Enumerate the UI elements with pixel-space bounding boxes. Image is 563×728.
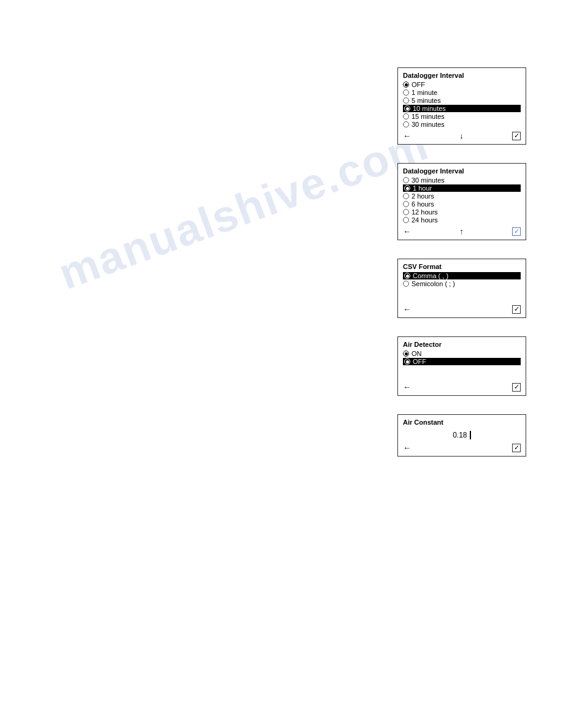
datalogger2-label-1: 1 hour	[413, 184, 432, 192]
air-constant-confirm-button[interactable]: ✓	[512, 444, 521, 452]
datalogger1-label-2: 5 minutes	[412, 97, 441, 104]
datalogger1-footer: ← ↓ ✓	[403, 131, 521, 140]
radio-off2-icon	[404, 358, 410, 365]
air-detector-option-1[interactable]: OFF	[403, 358, 521, 365]
datalogger1-label-0: OFF	[412, 81, 425, 88]
datalogger1-label-5: 30 minutes	[412, 121, 445, 128]
datalogger1-panel: Datalogger Interval OFF 1 minute 5 minut…	[397, 67, 526, 145]
radio-10min-dot	[406, 107, 409, 110]
radio-off-icon	[403, 82, 409, 88]
csv-label-1: Semicolon ( ; )	[412, 280, 455, 287]
datalogger2-option-5[interactable]: 24 hours	[403, 216, 521, 224]
datalogger1-down-button[interactable]: ↓	[459, 131, 464, 140]
datalogger2-option-3[interactable]: 6 hours	[403, 200, 521, 208]
watermark: manualshive.com	[52, 119, 435, 299]
datalogger1-confirm-button[interactable]: ✓	[512, 132, 521, 140]
datalogger1-back-button[interactable]: ←	[403, 131, 411, 140]
datalogger1-label-3: 10 minutes	[413, 105, 446, 112]
air-detector-option-0[interactable]: ON	[403, 350, 521, 357]
air-constant-value-display: 0.18	[403, 431, 521, 439]
datalogger2-title: Datalogger Interval	[403, 167, 521, 175]
datalogger2-option-1[interactable]: 1 hour	[403, 184, 521, 192]
air-detector-label-0: ON	[412, 350, 422, 357]
csv-option-1[interactable]: Semicolon ( ; )	[403, 280, 521, 287]
radio-1hr-dot	[406, 187, 409, 190]
csv-back-button[interactable]: ←	[403, 305, 411, 314]
datalogger2-back-button[interactable]: ←	[403, 227, 411, 236]
datalogger2-label-4: 12 hours	[412, 208, 438, 216]
air-constant-value: 0.18	[453, 431, 467, 439]
datalogger1-option-1[interactable]: 1 minute	[403, 89, 521, 96]
csv-format-panel: CSV Format Comma ( , ) Semicolon ( ; ) ←…	[397, 259, 526, 318]
csv-format-title: CSV Format	[403, 263, 521, 270]
csv-checkbox-icon: ✓	[514, 305, 519, 313]
radio-comma-dot	[406, 275, 409, 278]
radio-d2-30min-icon	[403, 177, 409, 183]
datalogger2-option-2[interactable]: 2 hours	[403, 192, 521, 200]
air-detector-back-button[interactable]: ←	[403, 382, 411, 392]
datalogger1-option-4[interactable]: 15 minutes	[403, 113, 521, 120]
csv-label-0: Comma ( , )	[413, 272, 448, 279]
radio-1hr-icon	[404, 185, 410, 191]
air-constant-back-button[interactable]: ←	[403, 443, 411, 452]
radio-12hr-icon	[403, 209, 409, 215]
radio-off2-dot	[406, 360, 409, 363]
radio-1min-icon	[403, 89, 409, 96]
datalogger2-label-3: 6 hours	[412, 200, 434, 208]
air-constant-footer: ← ✓	[403, 443, 521, 452]
radio-comma-icon	[404, 273, 410, 279]
air-detector-confirm-button[interactable]: ✓	[512, 383, 521, 392]
air-detector-title: Air Detector	[403, 341, 521, 348]
radio-10min-icon	[404, 105, 410, 112]
air-detector-panel: Air Detector ON OFF ← ✓	[397, 336, 526, 396]
air-constant-cursor	[468, 431, 471, 439]
csv-options: Comma ( , ) Semicolon ( ; )	[403, 272, 521, 287]
csv-option-0[interactable]: Comma ( , )	[403, 272, 521, 279]
csv-footer: ← ✓	[403, 305, 521, 314]
datalogger2-label-2: 2 hours	[412, 192, 434, 200]
air-detector-footer: ← ✓	[403, 382, 521, 392]
datalogger2-confirm-button[interactable]: ✓	[512, 227, 521, 236]
datalogger2-option-0[interactable]: 30 minutes	[403, 176, 521, 184]
datalogger2-label-0: 30 minutes	[412, 176, 445, 184]
air-constant-checkbox-icon: ✓	[514, 444, 519, 452]
radio-24hr-icon	[403, 217, 409, 223]
air-detector-label-1: OFF	[413, 358, 426, 365]
air-detector-checkbox-icon: ✓	[514, 383, 519, 391]
csv-confirm-button[interactable]: ✓	[512, 305, 521, 314]
radio-2hr-icon	[403, 193, 409, 199]
datalogger2-label-5: 24 hours	[412, 216, 438, 224]
radio-semicolon-icon	[403, 281, 409, 287]
radio-off-dot	[405, 83, 408, 86]
datalogger1-option-2[interactable]: 5 minutes	[403, 97, 521, 104]
panels-container: Datalogger Interval OFF 1 minute 5 minut…	[397, 67, 526, 457]
datalogger1-option-5[interactable]: 30 minutes	[403, 121, 521, 128]
radio-6hr-icon	[403, 201, 409, 207]
datalogger2-up-button[interactable]: ↑	[459, 227, 464, 236]
radio-30min-icon	[403, 121, 409, 127]
air-constant-title: Air Constant	[403, 419, 521, 426]
datalogger1-title: Datalogger Interval	[403, 72, 521, 79]
datalogger1-option-3[interactable]: 10 minutes	[403, 105, 521, 112]
datalogger1-option-0[interactable]: OFF	[403, 81, 521, 88]
datalogger1-label-4: 15 minutes	[412, 113, 445, 120]
radio-on-dot	[405, 352, 408, 355]
air-constant-panel: Air Constant 0.18 ← ✓	[397, 414, 526, 457]
radio-5min-icon	[403, 97, 409, 104]
datalogger2-footer: ← ↑ ✓	[403, 227, 521, 236]
datalogger1-checkbox-icon: ✓	[514, 132, 519, 140]
datalogger2-option-4[interactable]: 12 hours	[403, 208, 521, 216]
radio-on-icon	[403, 351, 409, 357]
datalogger2-checkbox-icon: ✓	[514, 227, 519, 235]
datalogger2-panel: Datalogger Interval 30 minutes 1 hour 2 …	[397, 163, 526, 240]
datalogger1-label-1: 1 minute	[412, 89, 437, 96]
radio-15min-icon	[403, 113, 409, 119]
